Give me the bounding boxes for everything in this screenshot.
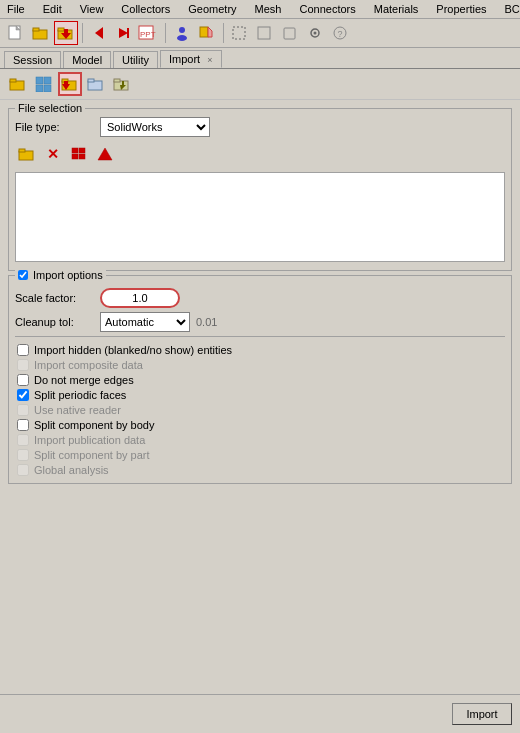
- svg-text:PPT: PPT: [140, 30, 156, 39]
- svg-rect-15: [233, 27, 245, 39]
- toolbar-sep1: [82, 23, 83, 43]
- menu-bcs[interactable]: BCs: [502, 2, 521, 16]
- toolbar-arrow-left[interactable]: [87, 21, 111, 45]
- menu-file[interactable]: File: [4, 2, 28, 16]
- menu-materials[interactable]: Materials: [371, 2, 422, 16]
- cb-split-periodic-input[interactable]: [17, 389, 29, 401]
- cb-split-part: Split component by part: [15, 449, 505, 461]
- menu-view[interactable]: View: [77, 2, 107, 16]
- cb-global-analysis-input: [17, 464, 29, 476]
- file-shape-btn[interactable]: [93, 142, 117, 166]
- svg-point-19: [314, 32, 317, 35]
- cb-import-composite-label: Import composite data: [34, 359, 143, 371]
- import-options-section: Import options Scale factor: Cleanup tol…: [8, 275, 512, 484]
- file-list-area: [15, 172, 505, 262]
- cb-import-hidden-label: Import hidden (blanked/no show) entities: [34, 344, 232, 356]
- scale-factor-input[interactable]: [100, 288, 180, 308]
- file-type-row: File type: SolidWorks CATIA NX STEP IGES: [15, 117, 505, 137]
- toolbar-ppt[interactable]: PPT: [137, 21, 161, 45]
- menu-properties[interactable]: Properties: [433, 2, 489, 16]
- toolbar-option2[interactable]: [195, 21, 219, 45]
- cleanup-tol-value: 0.01: [196, 316, 217, 328]
- tabbar: Session Model Utility Import ×: [0, 48, 520, 69]
- toolbar-shape[interactable]: [278, 21, 302, 45]
- toolbar-element[interactable]: [253, 21, 277, 45]
- cb-split-periodic-label: Split periodic faces: [34, 389, 126, 401]
- svg-rect-41: [79, 154, 85, 159]
- cb-import-hidden-input[interactable]: [17, 344, 29, 356]
- svg-rect-3: [33, 28, 39, 31]
- cb-no-merge-input[interactable]: [17, 374, 29, 386]
- bottom-bar: Import: [0, 694, 520, 733]
- import-button[interactable]: Import: [452, 703, 512, 725]
- cb-no-merge-label: Do not merge edges: [34, 374, 134, 386]
- tab-session[interactable]: Session: [4, 51, 61, 68]
- svg-rect-17: [284, 28, 295, 39]
- menu-collectors[interactable]: Collectors: [118, 2, 173, 16]
- cb-split-periodic: Split periodic faces: [15, 389, 505, 401]
- scale-factor-label: Scale factor:: [15, 292, 100, 304]
- svg-rect-25: [44, 77, 51, 84]
- scale-factor-row: Scale factor:: [15, 288, 505, 308]
- toolbar-import[interactable]: [54, 21, 78, 45]
- file-open-btn[interactable]: [15, 142, 39, 166]
- file-remove-btn[interactable]: ✕: [41, 142, 65, 166]
- svg-rect-23: [10, 79, 16, 82]
- tab-utility[interactable]: Utility: [113, 51, 158, 68]
- file-grid-btn[interactable]: [67, 142, 91, 166]
- cb-split-body: Split component by body: [15, 419, 505, 431]
- svg-text:?: ?: [338, 29, 343, 39]
- svg-rect-5: [58, 28, 64, 31]
- svg-point-12: [177, 35, 187, 41]
- sub-btn-2[interactable]: [32, 72, 56, 96]
- svg-rect-24: [36, 77, 43, 84]
- file-selection-group: File selection File type: SolidWorks CAT…: [8, 108, 512, 271]
- cb-import-publication: Import publication data: [15, 434, 505, 446]
- file-icons-row: ✕: [15, 140, 505, 168]
- menu-geometry[interactable]: Geometry: [185, 2, 239, 16]
- toolbar-settings[interactable]: [303, 21, 327, 45]
- menu-edit[interactable]: Edit: [40, 2, 65, 16]
- sub-btn-4[interactable]: [84, 72, 108, 96]
- toolbar-help[interactable]: ?: [328, 21, 352, 45]
- tab-import-close[interactable]: ×: [207, 55, 212, 65]
- toolbar-select[interactable]: [228, 21, 252, 45]
- cb-import-composite: Import composite data: [15, 359, 505, 371]
- toolbar-sep2: [165, 23, 166, 43]
- svg-marker-42: [98, 148, 112, 160]
- svg-rect-0: [9, 26, 20, 39]
- import-options-title: Import options: [15, 269, 106, 281]
- main-content: File selection File type: SolidWorks CAT…: [0, 100, 520, 492]
- cb-split-body-input[interactable]: [17, 419, 29, 431]
- svg-marker-14: [208, 27, 212, 37]
- svg-rect-40: [72, 154, 78, 159]
- cb-import-hidden: Import hidden (blanked/no show) entities: [15, 344, 505, 356]
- toolbar-arrow-right[interactable]: [112, 21, 136, 45]
- menu-mesh[interactable]: Mesh: [252, 2, 285, 16]
- cb-global-analysis: Global analysis: [15, 464, 505, 476]
- svg-point-11: [179, 27, 185, 33]
- tab-model[interactable]: Model: [63, 51, 111, 68]
- subtoolbar: [0, 69, 520, 100]
- cleanup-tol-select[interactable]: Automatic Manual: [100, 312, 190, 332]
- menu-connectors[interactable]: Connectors: [296, 2, 358, 16]
- cleanup-tol-label: Cleanup tol:: [15, 316, 100, 328]
- sub-btn-3[interactable]: [58, 72, 82, 96]
- cb-split-part-label: Split component by part: [34, 449, 150, 461]
- sub-btn-5[interactable]: [110, 72, 134, 96]
- file-selection-title: File selection: [15, 102, 85, 114]
- main-toolbar: PPT: [0, 19, 520, 48]
- toolbar-open[interactable]: [29, 21, 53, 45]
- cb-native-reader-label: Use native reader: [34, 404, 121, 416]
- svg-rect-27: [44, 85, 51, 92]
- cb-import-publication-label: Import publication data: [34, 434, 145, 446]
- svg-rect-39: [79, 148, 85, 153]
- tab-import[interactable]: Import ×: [160, 50, 222, 68]
- file-type-select[interactable]: SolidWorks CATIA NX STEP IGES: [100, 117, 210, 137]
- toolbar-user[interactable]: [170, 21, 194, 45]
- cb-native-reader-input: [17, 404, 29, 416]
- options-checkboxes: Import hidden (blanked/no show) entities…: [15, 341, 505, 479]
- toolbar-new[interactable]: [4, 21, 28, 45]
- import-options-toggle[interactable]: [18, 270, 28, 280]
- sub-btn-1[interactable]: [6, 72, 30, 96]
